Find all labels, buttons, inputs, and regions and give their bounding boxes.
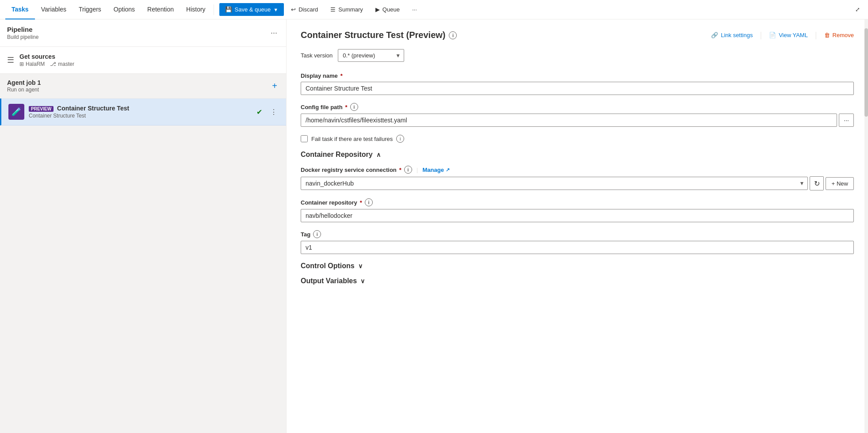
version-select-wrap: 0.* (preview) ▼ — [338, 49, 404, 62]
fail-task-label[interactable]: Fail task if there are test failures — [311, 136, 393, 142]
fail-task-checkbox[interactable] — [301, 135, 308, 142]
queue-button[interactable]: ▶ Queue — [370, 4, 405, 15]
pipeline-menu-button[interactable]: ··· — [269, 27, 279, 39]
add-task-button[interactable]: + — [270, 79, 279, 93]
container-repo-required: * — [360, 199, 362, 206]
container-repo-info-icon[interactable]: i — [365, 198, 373, 206]
display-name-required: * — [340, 72, 343, 79]
header-actions: 🔗 Link settings | 📄 View YAML | 🗑 Remove — [711, 30, 854, 40]
repo-meta: ⊞ HalaRM — [19, 61, 45, 67]
agent-job-title: Agent job 1 — [7, 79, 267, 86]
queue-icon: ▶ — [375, 6, 380, 13]
list-icon: ☰ — [7, 55, 14, 65]
branch-meta: ⎇ master — [50, 61, 74, 67]
discard-button[interactable]: ↩ Discard — [286, 4, 323, 15]
agent-job-info: Agent job 1 Run on agent — [7, 79, 267, 93]
right-panel: Container Structure Test (Preview) i 🔗 L… — [287, 19, 868, 433]
docker-registry-label: Docker registry service connection * i |… — [301, 166, 854, 174]
nav-triggers[interactable]: Triggers — [73, 0, 107, 19]
manage-link[interactable]: Manage ↗ — [422, 167, 449, 173]
get-sources-row[interactable]: ☰ Get sources ⊞ HalaRM ⎇ master — [0, 47, 286, 74]
flask-icon: 🧪 — [11, 107, 21, 117]
header-sep-2: | — [815, 30, 817, 40]
config-path-info-icon[interactable]: i — [350, 103, 358, 111]
fail-task-info-icon[interactable]: i — [396, 135, 404, 143]
docker-registry-select-wrap: navin_dockerHub ▼ ↻ + New — [301, 176, 854, 190]
summary-icon: ☰ — [330, 6, 336, 13]
nav-options[interactable]: Options — [107, 0, 141, 19]
task-check-icon: ✔ — [256, 108, 262, 116]
save-queue-button[interactable]: 💾 Save & queue ▼ — [219, 3, 284, 16]
config-path-browse-button[interactable]: ··· — [839, 114, 854, 127]
yaml-icon: 📄 — [769, 32, 776, 38]
docker-registry-refresh-button[interactable]: ↻ — [810, 176, 824, 190]
output-variables-section-header[interactable]: Output Variables ∨ — [301, 277, 854, 285]
summary-button[interactable]: ☰ Summary — [325, 4, 368, 15]
task-icon-wrap: 🧪 — [8, 104, 24, 120]
pipe-sep: | — [417, 167, 418, 173]
scrollbar-track — [864, 19, 868, 433]
task-title: PREVIEW Container Structure Test — [29, 105, 252, 112]
nav-tasks[interactable]: Tasks — [5, 0, 35, 19]
agent-job-sub: Run on agent — [7, 87, 267, 93]
view-yaml-button[interactable]: 📄 View YAML — [769, 30, 808, 40]
output-variables-chevron-icon: ∨ — [360, 277, 365, 285]
task-sub: Container Structure Test — [29, 113, 252, 119]
nav-divider — [214, 4, 214, 15]
docker-registry-select[interactable]: navin_dockerHub — [301, 177, 808, 190]
container-repository-row: Container repository * i — [301, 198, 854, 222]
container-repo-chevron-icon: ∧ — [376, 151, 381, 158]
pipeline-title: Pipeline — [7, 26, 269, 33]
remove-button[interactable]: 🗑 Remove — [824, 30, 854, 40]
control-options-section-header[interactable]: Control Options ∨ — [301, 262, 854, 270]
title-info-icon[interactable]: i — [449, 31, 457, 39]
config-file-path-row: Config file path * i ··· — [301, 103, 854, 127]
fail-task-row: Fail task if there are test failures i — [301, 135, 854, 143]
task-info: PREVIEW Container Structure Test Contain… — [29, 105, 252, 119]
agent-job-row: Agent job 1 Run on agent + — [0, 74, 286, 99]
docker-registry-row: Docker registry service connection * i |… — [301, 166, 854, 190]
expand-button[interactable]: ⤢ — [853, 4, 863, 15]
main-layout: Pipeline Build pipeline ··· ☰ Get source… — [0, 19, 868, 433]
header-sep: | — [760, 30, 762, 40]
display-name-input[interactable] — [301, 82, 854, 95]
docker-registry-new-button[interactable]: + New — [826, 177, 854, 190]
save-chevron-icon: ▼ — [273, 7, 278, 12]
top-nav-right: ⤢ — [853, 4, 863, 15]
trash-icon: 🗑 — [824, 32, 830, 38]
docker-registry-info-icon[interactable]: i — [404, 166, 412, 174]
pipeline-subtitle: Build pipeline — [7, 34, 269, 40]
repo-icon: ⊞ — [19, 61, 24, 67]
get-sources-meta: ⊞ HalaRM ⎇ master — [19, 61, 279, 67]
nav-variables[interactable]: Variables — [35, 0, 73, 19]
docker-registry-required: * — [399, 167, 401, 173]
task-row[interactable]: 🧪 PREVIEW Container Structure Test Conta… — [0, 99, 286, 125]
config-path-required: * — [345, 104, 348, 110]
control-options-chevron-icon: ∨ — [358, 262, 363, 270]
scrollbar-thumb[interactable] — [864, 28, 868, 117]
config-file-path-label: Config file path * i — [301, 103, 854, 111]
nav-retention[interactable]: Retention — [141, 0, 180, 19]
task-more-button[interactable]: ⋮ — [268, 106, 279, 118]
docker-registry-select-container: navin_dockerHub ▼ — [301, 177, 808, 190]
tag-input[interactable] — [301, 241, 854, 254]
nav-history[interactable]: History — [180, 0, 212, 19]
top-nav: Tasks Variables Triggers Options Retenti… — [0, 0, 868, 19]
pipeline-header: Pipeline Build pipeline ··· — [0, 19, 286, 47]
link-icon: 🔗 — [711, 32, 718, 38]
right-panel-header: Container Structure Test (Preview) i 🔗 L… — [301, 30, 854, 40]
config-file-path-input[interactable] — [301, 114, 837, 127]
container-repository-section-header[interactable]: Container Repository ∧ — [301, 151, 854, 159]
task-version-select[interactable]: 0.* (preview) — [338, 49, 404, 62]
container-repository-input[interactable] — [301, 209, 854, 222]
container-repository-label: Container repository * i — [301, 198, 854, 206]
display-name-row: Display name * — [301, 72, 854, 95]
discard-icon: ↩ — [291, 6, 296, 13]
preview-badge: PREVIEW — [29, 106, 54, 112]
more-button[interactable]: ··· — [407, 4, 422, 15]
link-settings-button[interactable]: 🔗 Link settings — [711, 30, 753, 40]
config-path-input-wrap: ··· — [301, 114, 854, 127]
left-panel: Pipeline Build pipeline ··· ☰ Get source… — [0, 19, 287, 433]
tag-info-icon[interactable]: i — [313, 230, 321, 238]
save-icon: 💾 — [225, 6, 232, 13]
